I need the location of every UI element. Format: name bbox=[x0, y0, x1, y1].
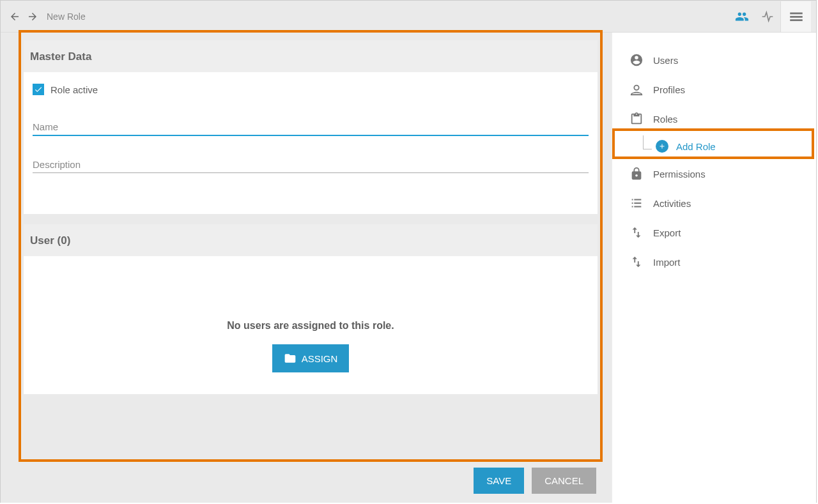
no-users-message: No users are assigned to this role. bbox=[33, 320, 589, 332]
master-data-panel: Master Data Role active Name bbox=[24, 40, 598, 214]
footer-actions: SAVE CANCEL bbox=[474, 468, 596, 494]
clipboard-icon bbox=[629, 112, 644, 126]
role-active-label: Role active bbox=[50, 84, 98, 95]
arrow-right-icon bbox=[27, 11, 38, 22]
name-field[interactable]: Name bbox=[33, 118, 589, 136]
cancel-button[interactable]: CANCEL bbox=[532, 468, 596, 494]
list-icon bbox=[629, 196, 644, 210]
sidebar-item-export[interactable]: Export bbox=[612, 218, 816, 247]
forward-button[interactable] bbox=[24, 8, 42, 26]
plus-circle-icon bbox=[656, 140, 668, 153]
sidebar-item-label: Import bbox=[653, 257, 681, 268]
add-role-label: Add Role bbox=[676, 141, 716, 152]
sidebar-item-label: Permissions bbox=[653, 169, 706, 179]
user-panel-header: User (0) bbox=[24, 224, 598, 256]
sidebar-item-users[interactable]: Users bbox=[612, 45, 816, 75]
users-top-icon-button[interactable] bbox=[730, 5, 753, 28]
sidebar-item-label: Profiles bbox=[653, 84, 685, 95]
content-scroll[interactable]: Master Data Role active Name bbox=[24, 40, 598, 459]
assign-button[interactable]: ASSIGN bbox=[272, 344, 350, 372]
swap-vert-icon bbox=[629, 225, 644, 240]
assign-button-label: ASSIGN bbox=[302, 353, 338, 364]
role-active-checkbox[interactable]: Role active bbox=[33, 84, 589, 95]
checkbox-checked-icon bbox=[33, 84, 44, 95]
sidebar-add-role[interactable]: Add Role bbox=[612, 134, 816, 159]
master-data-header: Master Data bbox=[24, 40, 598, 72]
menu-button[interactable] bbox=[780, 1, 811, 32]
person-outline-icon bbox=[629, 82, 644, 96]
description-field[interactable]: Description bbox=[33, 155, 589, 173]
sidebar-item-label: Users bbox=[653, 55, 678, 66]
topbar: New Role bbox=[1, 1, 816, 33]
lock-icon bbox=[629, 167, 644, 181]
sidebar-item-label: Activities bbox=[653, 198, 691, 209]
right-sidebar: Users Profiles Roles Add Role Permission… bbox=[612, 33, 816, 503]
sidebar-item-permissions[interactable]: Permissions bbox=[612, 159, 816, 188]
main-content: Master Data Role active Name bbox=[1, 33, 612, 503]
sidebar-item-activities[interactable]: Activities bbox=[612, 188, 816, 218]
description-label: Description bbox=[33, 159, 81, 170]
sidebar-item-label: Roles bbox=[653, 114, 677, 125]
swap-vert-icon bbox=[629, 255, 644, 269]
page-title: New Role bbox=[47, 11, 86, 22]
sidebar-item-import[interactable]: Import bbox=[612, 247, 816, 277]
pulse-icon bbox=[761, 10, 774, 23]
name-label: Name bbox=[33, 121, 58, 132]
users-group-icon bbox=[735, 10, 749, 24]
folder-icon bbox=[284, 352, 297, 365]
arrow-left-icon bbox=[9, 11, 20, 22]
sidebar-item-roles[interactable]: Roles bbox=[612, 104, 816, 134]
tree-line-icon bbox=[643, 135, 652, 149]
sidebar-item-label: Export bbox=[653, 227, 681, 238]
save-button[interactable]: SAVE bbox=[474, 468, 524, 494]
user-panel: User (0) No users are assigned to this r… bbox=[24, 224, 598, 394]
activity-top-icon-button[interactable] bbox=[756, 5, 779, 28]
back-button[interactable] bbox=[6, 8, 24, 26]
hamburger-icon bbox=[788, 8, 805, 25]
account-circle-icon bbox=[629, 53, 644, 67]
sidebar-item-profiles[interactable]: Profiles bbox=[612, 75, 816, 104]
